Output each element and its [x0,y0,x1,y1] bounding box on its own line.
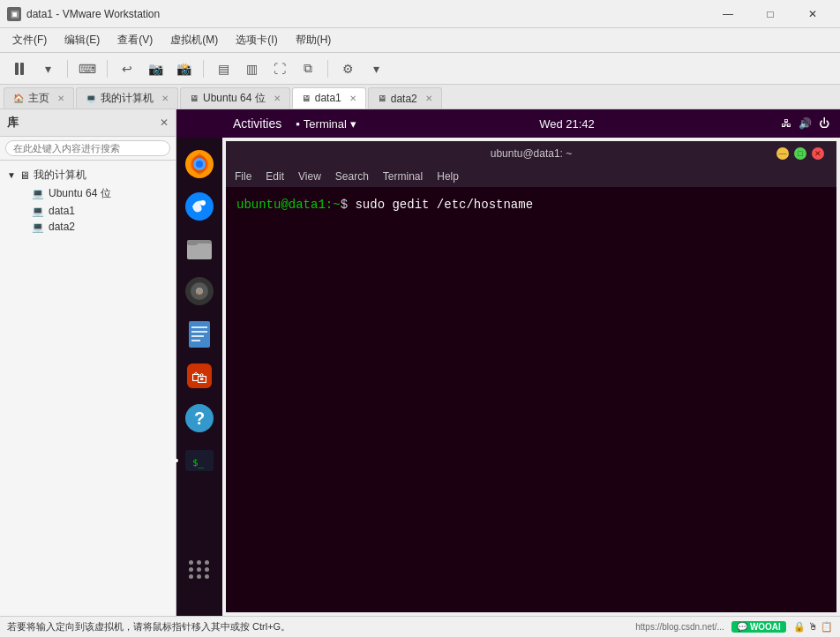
sidebar-title: 库 [7,115,19,131]
revert-button[interactable]: ↩ [115,56,139,81]
pause-button[interactable] [7,56,32,81]
dock-item-help[interactable]: ? [182,401,217,436]
menu-edit[interactable]: 编辑(E) [56,29,109,51]
terminal-titlebar: ubuntu@data1: ~ — □ ✕ [226,141,836,166]
close-button[interactable]: ✕ [792,0,833,28]
terminal-user: ubuntu@data1:~ [236,198,341,212]
dock-item-writer[interactable] [182,316,217,351]
separator-3 [203,60,204,78]
terminal-close-button[interactable]: ✕ [812,147,824,160]
gnome-activities-button[interactable]: Activities [233,116,281,131]
computer-folder-icon: 🖥 [19,169,30,182]
sidebar-search-area [0,137,176,161]
minimize-button[interactable]: — [708,0,748,28]
volume-icon[interactable]: 🔊 [799,117,812,130]
terminal-menu-file[interactable]: File [235,170,251,183]
terminal-maximize-button[interactable]: □ [794,147,806,160]
apps-grid-icon [189,560,210,579]
terminal-window-controls: — □ ✕ [776,147,824,160]
gnome-terminal-label[interactable]: ▪ Terminal ▾ [296,117,356,131]
terminal-menu-search[interactable]: Search [335,170,369,183]
tab-ubuntu64[interactable]: 🖥 Ubuntu 64 位 ✕ [180,87,290,109]
terminal-window-title: ubuntu@data1: ~ [235,147,828,160]
view-split[interactable]: ▥ [239,56,264,81]
terminal-menu-help[interactable]: Help [437,170,459,183]
network-icon[interactable]: 🖧 [781,117,791,130]
firefox-icon [184,148,215,180]
view-normal[interactable]: ▤ [211,56,236,81]
tab-data2-close[interactable]: ✕ [425,94,432,103]
dock-item-thunderbird[interactable] [182,189,217,224]
tree-item-data2[interactable]: 💻 data2 [4,219,172,235]
power-icon[interactable]: ⏻ [819,117,829,130]
menu-file[interactable]: 文件(F) [4,29,56,51]
toolbar-dropdown[interactable]: ▾ [35,56,60,81]
files-icon [184,233,215,265]
send-keys-button[interactable]: ⌨ [75,56,100,81]
statusbar-message: 若要将输入定向到该虚拟机，请将鼠标指针移入其中或按 Ctrl+G。 [7,620,290,633]
svg-rect-8 [187,240,198,245]
dock-item-files[interactable] [182,231,217,266]
tab-data2-label: data2 [391,93,417,105]
vmware-sidebar: 库 ✕ ▼ 🖥 我的计算机 💻 Ubuntu 64 位 💻 data1 [0,109,176,616]
tree-mycomputer-header[interactable]: ▼ 🖥 我的计算机 [4,166,172,184]
view-fullscreen[interactable]: ⛶ [267,56,292,81]
ubuntu-dock: ♫ 🛍 [176,138,222,595]
pause-icon [15,63,24,75]
tree-item-ubuntu64[interactable]: 💻 Ubuntu 64 位 [4,184,172,203]
rhythmbox-icon: ♫ [184,275,215,307]
vm-settings[interactable]: ⚙ [335,56,360,81]
dock-item-software[interactable]: 🛍 [182,358,217,393]
tab-data1-close[interactable]: ✕ [349,94,356,103]
tree-item-data1-label: data1 [49,205,75,217]
terminal-menu-view[interactable]: View [298,170,321,183]
sidebar-search-input[interactable] [5,140,170,156]
maximize-button[interactable]: □ [750,0,791,28]
separator-1 [67,60,68,78]
data1-icon: 🖥 [302,94,311,103]
help-icon: ? [184,402,215,434]
vmware-main-content: 库 ✕ ▼ 🖥 我的计算机 💻 Ubuntu 64 位 💻 data1 [0,109,840,616]
tab-data2[interactable]: 🖥 data2 ✕ [368,87,442,109]
svg-point-5 [200,200,206,206]
dock-item-firefox[interactable] [182,146,217,182]
dock-item-rhythmbox[interactable]: ♫ [182,274,217,309]
vm-content-area[interactable]: ♫ 🛍 [176,109,840,616]
menu-tabs[interactable]: 选项卡(I) [227,29,286,51]
terminal-menu-edit[interactable]: Edit [266,170,284,183]
separator-2 [107,60,108,78]
gnome-clock: Wed 21:42 [539,117,598,131]
vmware-menubar: 文件(F) 编辑(E) 查看(V) 虚拟机(M) 选项卡(I) 帮助(H) [0,28,840,53]
svg-text:$_: $_ [192,457,205,468]
statusbar-right: https://blog.csdn.net/... 💬 WOOAI 🔒 🖱 📋 [635,621,833,633]
terminal-menu-terminal[interactable]: Terminal [383,170,423,183]
dock-apps-grid[interactable] [189,560,210,586]
toolbar-dropdown2[interactable]: ▾ [364,56,388,81]
software-icon: 🛍 [184,360,215,392]
wooai-badge: 💬 WOOAI [731,621,786,633]
view-unity[interactable]: ⧉ [296,56,320,81]
vmware-icon: ▣ [7,7,21,21]
terminal-content[interactable]: ubuntu@data1:~$ sudo gedit /etc/hostname [226,187,836,612]
tab-home-close[interactable]: ✕ [57,94,64,103]
ubuntu64-icon: 🖥 [190,94,199,103]
vm-inner: ubuntu@data1: ~ — □ ✕ File Edit View Sea… [176,138,840,616]
terminal-minimize-button[interactable]: — [776,147,789,160]
vm-icon-ubuntu64: 💻 [32,188,44,199]
menu-view[interactable]: 查看(V) [109,29,161,51]
tab-home[interactable]: 🏠 主页 ✕ [4,87,74,109]
menu-help[interactable]: 帮助(H) [287,29,341,51]
tab-ubuntu64-close[interactable]: ✕ [274,94,281,103]
tab-mycomputer[interactable]: 💻 我的计算机 ✕ [76,87,178,109]
svg-rect-17 [191,340,200,341]
snapshot1-button[interactable]: 📷 [143,56,168,81]
sidebar-tree: ▼ 🖥 我的计算机 💻 Ubuntu 64 位 💻 data1 💻 data2 [0,161,176,616]
tab-data1[interactable]: 🖥 data1 ✕ [292,87,366,109]
dock-item-terminal[interactable]: $_ [182,443,217,478]
tab-mycomputer-close[interactable]: ✕ [161,94,169,103]
menu-vm[interactable]: 虚拟机(M) [161,29,227,51]
snapshot2-button[interactable]: 📸 [171,56,196,81]
sidebar-close-button[interactable]: ✕ [160,116,169,129]
tree-item-data1[interactable]: 💻 data1 [4,203,172,219]
terminal-window[interactable]: ubuntu@data1: ~ — □ ✕ File Edit View Sea… [226,141,836,612]
